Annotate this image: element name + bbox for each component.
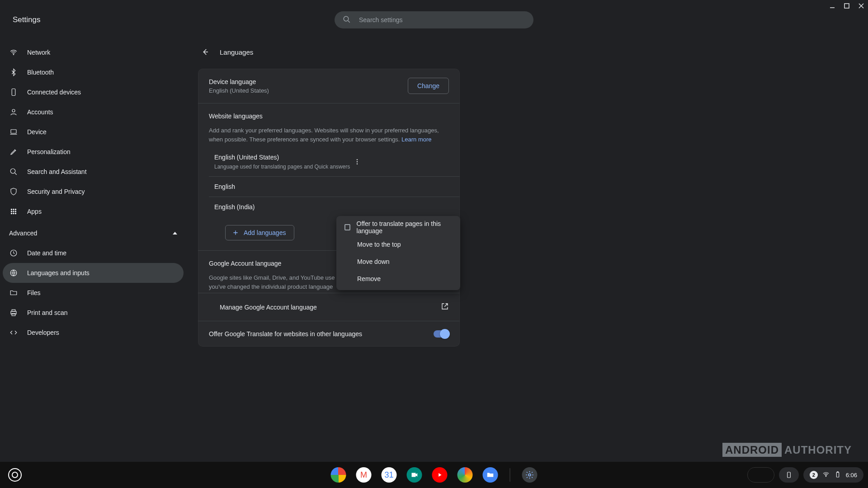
launcher-button[interactable] — [8, 468, 22, 482]
svg-point-24 — [528, 474, 531, 476]
language-row: English — [209, 177, 460, 197]
meet-app[interactable] — [407, 467, 422, 483]
sidebar-item-developers[interactable]: Developers — [3, 323, 184, 343]
photos-app[interactable] — [458, 467, 473, 483]
sidebar-item-label: Files — [27, 289, 41, 296]
sidebar-item-files[interactable]: Files — [3, 283, 184, 303]
menu-item-move-down[interactable]: Move down — [336, 253, 460, 270]
sidebar-item-search-assistant[interactable]: Search and Assistant — [3, 162, 184, 182]
sidebar-item-security[interactable]: Security and Privacy — [3, 182, 184, 202]
chrome-app[interactable] — [331, 467, 346, 483]
svg-point-22 — [357, 161, 358, 162]
folder-icon — [9, 288, 18, 297]
search-icon — [9, 167, 18, 176]
checkbox-icon — [344, 224, 350, 230]
svg-point-2 — [13, 54, 14, 55]
sidebar-item-label: Date and time — [27, 249, 66, 257]
sidebar-item-label: Search and Assistant — [27, 168, 87, 175]
search-box[interactable] — [335, 11, 533, 28]
svg-rect-27 — [836, 472, 839, 477]
tray-preview[interactable] — [747, 467, 774, 483]
sidebar-item-languages[interactable]: Languages and inputs — [3, 263, 184, 283]
manage-google-language-row[interactable]: Manage Google Account language — [198, 293, 460, 321]
svg-point-21 — [357, 159, 358, 160]
offer-translate-label: Offer Google Translate for websites in o… — [209, 330, 362, 338]
printer-icon — [9, 308, 18, 317]
advanced-toggle[interactable]: Advanced — [3, 223, 184, 243]
svg-point-8 — [13, 209, 14, 210]
tray-status[interactable]: 2 6:06 — [803, 467, 863, 483]
sidebar: Network Bluetooth Connected devices Acco… — [0, 40, 190, 462]
menu-item-label: Move to the top — [357, 241, 401, 248]
person-icon — [9, 108, 18, 117]
sidebar-item-date-time[interactable]: Date and time — [3, 243, 184, 263]
add-languages-label: Add languages — [244, 229, 286, 236]
svg-rect-20 — [12, 314, 15, 316]
sidebar-item-apps[interactable]: Apps — [3, 202, 184, 221]
svg-point-6 — [10, 169, 15, 174]
svg-rect-28 — [837, 472, 838, 472]
gmail-app[interactable]: M — [356, 467, 372, 483]
svg-point-23 — [357, 163, 358, 164]
add-languages-button[interactable]: Add languages — [225, 225, 294, 240]
svg-point-11 — [13, 211, 14, 212]
language-context-menu: Offer to translate pages in this languag… — [336, 216, 460, 290]
svg-point-7 — [11, 209, 12, 210]
battery-icon — [834, 471, 841, 479]
youtube-app[interactable] — [432, 467, 448, 483]
settings-app[interactable] — [522, 467, 538, 483]
sidebar-item-accounts[interactable]: Accounts — [3, 102, 184, 122]
laptop-icon — [9, 127, 18, 136]
offer-translate-toggle[interactable] — [434, 330, 449, 338]
language-row: English (India) — [209, 197, 460, 217]
manage-google-language-label: Manage Google Account language — [220, 304, 317, 311]
svg-point-1 — [344, 16, 349, 21]
svg-point-14 — [13, 213, 14, 214]
sidebar-item-print-scan[interactable]: Print and scan — [3, 303, 184, 323]
language-name: English — [214, 183, 235, 190]
files-app[interactable] — [483, 467, 498, 483]
system-tray: 2 6:06 — [747, 467, 863, 483]
sidebar-item-bluetooth[interactable]: Bluetooth — [3, 62, 184, 82]
sidebar-item-label: Print and scan — [27, 309, 68, 316]
sidebar-item-device[interactable]: Device — [3, 122, 184, 142]
device-language-label: Device language — [209, 78, 269, 85]
app-title: Settings — [13, 15, 40, 24]
sidebar-item-personalization[interactable]: Personalization — [3, 142, 184, 162]
sidebar-item-label: Accounts — [27, 108, 53, 116]
learn-more-link[interactable]: Learn more — [401, 136, 431, 143]
change-language-button[interactable]: Change — [408, 78, 449, 94]
svg-point-9 — [15, 209, 16, 210]
sidebar-item-label: Connected devices — [27, 89, 81, 96]
menu-item-label: Remove — [357, 275, 381, 282]
svg-point-13 — [11, 213, 12, 214]
language-subtitle: Language used for translating pages and … — [214, 164, 350, 170]
sidebar-item-label: Languages and inputs — [27, 269, 90, 277]
sidebar-item-label: Personalization — [27, 148, 71, 155]
clock-icon — [9, 249, 18, 258]
code-icon — [9, 328, 18, 337]
sidebar-item-label: Developers — [27, 329, 59, 336]
language-more-button[interactable] — [350, 155, 364, 169]
menu-item-label: Move down — [357, 258, 390, 265]
tray-phone[interactable] — [779, 467, 799, 483]
search-input[interactable] — [358, 16, 525, 24]
sidebar-item-network[interactable]: Network — [3, 42, 184, 62]
shelf-separator — [510, 468, 510, 482]
advanced-label: Advanced — [9, 230, 37, 237]
globe-icon — [9, 268, 18, 277]
menu-item-move-top[interactable]: Move to the top — [336, 236, 460, 253]
calendar-app[interactable]: 31 — [382, 467, 397, 483]
chevron-up-icon — [173, 232, 177, 235]
svg-rect-3 — [12, 89, 15, 96]
back-button[interactable] — [197, 44, 213, 60]
sidebar-item-connected-devices[interactable]: Connected devices — [3, 82, 184, 102]
svg-point-4 — [12, 109, 15, 112]
menu-item-label: Offer to translate pages in this languag… — [357, 220, 452, 235]
shield-icon — [9, 187, 18, 196]
sidebar-item-label: Bluetooth — [27, 69, 54, 76]
svg-point-15 — [15, 213, 16, 214]
website-languages-desc: Add and rank your preferred languages. W… — [209, 126, 449, 144]
menu-item-remove[interactable]: Remove — [336, 270, 460, 287]
menu-item-offer-translate[interactable]: Offer to translate pages in this languag… — [336, 219, 460, 236]
